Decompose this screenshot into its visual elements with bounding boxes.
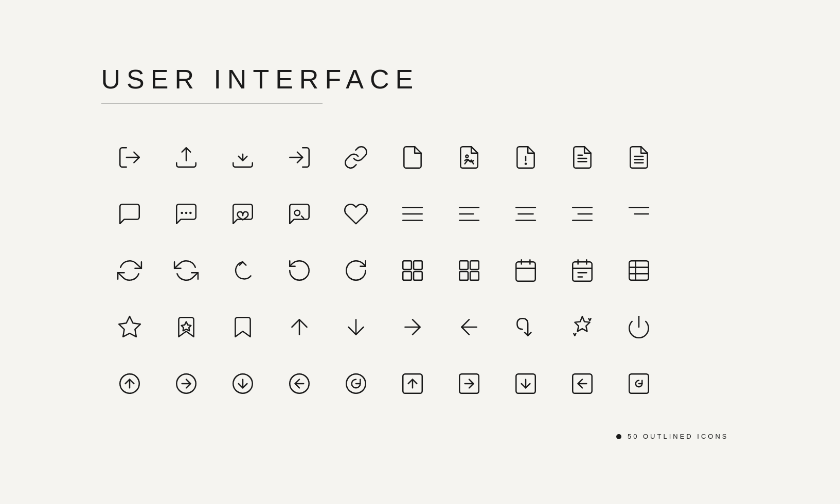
arrow-down-icon (328, 299, 384, 355)
svg-rect-35 (459, 261, 468, 269)
calendar-note-icon (554, 242, 611, 299)
footer-dot (616, 434, 621, 439)
download-icon (215, 129, 271, 186)
alert-doc-icon (497, 129, 554, 186)
menu-center-icon (497, 186, 554, 242)
grid-icon (384, 242, 441, 299)
svg-rect-49 (629, 261, 649, 280)
ruled-doc-icon (611, 129, 667, 186)
svg-rect-39 (516, 262, 535, 281)
grid-alt-icon (441, 242, 497, 299)
svg-point-15 (294, 210, 299, 215)
menu-icon (384, 186, 441, 242)
footer: 50 OUTLINED ICONS (101, 433, 739, 440)
circle-down-icon (215, 355, 271, 412)
page-title: USER INTERFACE (101, 64, 739, 95)
upload-icon (158, 129, 215, 186)
svg-rect-38 (470, 272, 479, 280)
svg-rect-34 (414, 272, 422, 280)
square-left-icon (554, 355, 611, 412)
footer-text: 50 OUTLINED ICONS (628, 433, 729, 440)
stars-icon (554, 299, 611, 355)
chat-dots-icon (158, 186, 215, 242)
calendar-icon (497, 242, 554, 299)
bookmark-star-icon (158, 299, 215, 355)
svg-point-3 (466, 155, 468, 157)
image-doc-icon (441, 129, 497, 186)
chat-heart-icon (215, 186, 271, 242)
title-underline (101, 103, 323, 103)
svg-rect-37 (459, 272, 468, 280)
svg-point-12 (181, 212, 182, 213)
link-icon (328, 129, 384, 186)
menu-minimal-icon (611, 186, 667, 242)
reload-icon (215, 242, 271, 299)
svg-line-16 (301, 216, 303, 218)
undo-icon (497, 299, 554, 355)
sign-in-icon (271, 129, 328, 186)
rotate-ccw-icon (271, 242, 328, 299)
svg-rect-32 (414, 261, 422, 269)
square-up-icon (384, 355, 441, 412)
menu-left-icon (554, 186, 611, 242)
chat-icon (101, 186, 158, 242)
refresh-ccw-icon (158, 242, 215, 299)
svg-point-13 (185, 212, 186, 213)
notepad-icon (611, 242, 667, 299)
icons-grid (101, 129, 739, 412)
bookmark-icon (215, 299, 271, 355)
square-down-icon (497, 355, 554, 412)
circle-right-icon (158, 355, 215, 412)
svg-point-14 (190, 212, 191, 213)
chat-search-icon (271, 186, 328, 242)
logout-icon (101, 129, 158, 186)
document-icon (384, 129, 441, 186)
svg-rect-43 (573, 262, 592, 281)
square-refresh-icon (611, 355, 667, 412)
arrow-left-icon (441, 299, 497, 355)
arrow-right-icon (384, 299, 441, 355)
svg-point-5 (525, 163, 526, 164)
circle-left-icon (271, 355, 328, 412)
main-container: USER INTERFACE 50 OUTLINED ICONS (60, 33, 780, 471)
svg-rect-33 (403, 272, 412, 280)
svg-rect-31 (403, 261, 412, 269)
svg-rect-36 (470, 261, 479, 269)
power-icon (611, 299, 667, 355)
square-right-icon (441, 355, 497, 412)
heart-icon (328, 186, 384, 242)
title-section: USER INTERFACE (101, 64, 739, 103)
refresh-cw-icon (101, 242, 158, 299)
circle-up-icon (101, 355, 158, 412)
list-doc-icon (554, 129, 611, 186)
rotate-cw-icon (328, 242, 384, 299)
menu-right-icon (441, 186, 497, 242)
circle-refresh-icon (328, 355, 384, 412)
star-icon (101, 299, 158, 355)
arrow-up-icon (271, 299, 328, 355)
